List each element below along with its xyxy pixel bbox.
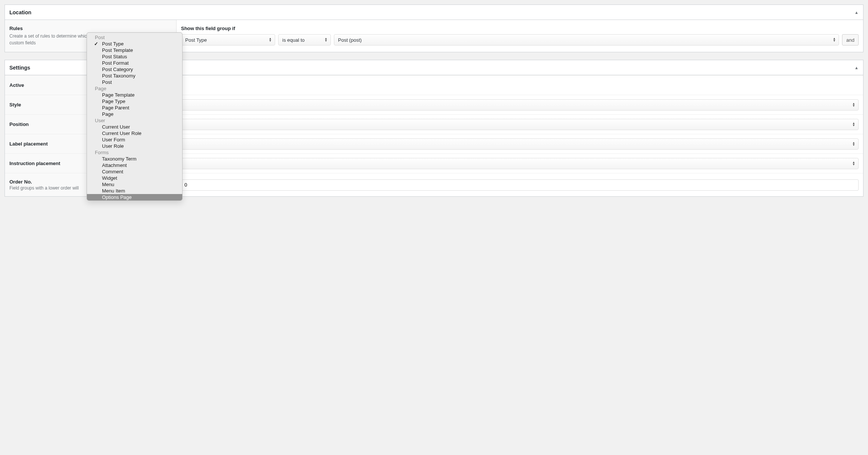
dropdown-group-label: Forms: [87, 149, 182, 156]
select-arrows-icon: ▲▼: [833, 38, 836, 42]
dropdown-item[interactable]: Options Page: [87, 194, 182, 200]
dropdown-item[interactable]: Page Template: [87, 92, 182, 98]
select-arrows-icon: ▲▼: [324, 38, 327, 42]
dropdown-item[interactable]: Post: [87, 79, 182, 85]
dropdown-item[interactable]: Post Format: [87, 60, 182, 66]
location-panel-title: Location: [9, 9, 31, 15]
rule-operator-value: is equal to: [282, 37, 305, 43]
settings-panel-title: Settings: [9, 65, 30, 71]
dropdown-item[interactable]: Post Status: [87, 53, 182, 60]
location-panel-header: Location ▲: [5, 5, 863, 20]
dropdown-item[interactable]: Page Parent: [87, 105, 182, 111]
dropdown-group-label: Page: [87, 85, 182, 92]
rule-operator-select[interactable]: is equal to ▲▼: [278, 34, 331, 46]
rule-value-value: Post (post): [338, 37, 362, 43]
dropdown-item[interactable]: User Form: [87, 136, 182, 143]
dropdown-item[interactable]: Attachment: [87, 162, 182, 168]
select-arrows-icon: ▲▼: [852, 142, 855, 146]
rule-param-value: Post Type: [185, 37, 207, 43]
select-arrows-icon: ▲▼: [269, 38, 272, 42]
select-arrows-icon: ▲▼: [852, 122, 855, 127]
dropdown-item[interactable]: Post Type: [87, 41, 182, 47]
rules-prompt: Show this field group if: [181, 26, 859, 31]
rule-row: Post Type ▲▼ is equal to ▲▼ Post (post) …: [181, 34, 859, 46]
dropdown-item[interactable]: Menu Item: [87, 188, 182, 194]
dropdown-item[interactable]: Page Type: [87, 98, 182, 105]
rule-param-select[interactable]: Post Type ▲▼: [181, 34, 275, 46]
dropdown-item[interactable]: Current User: [87, 124, 182, 130]
instruction-placement-select[interactable]: ▲▼: [181, 158, 859, 169]
dropdown-item[interactable]: Current User Role: [87, 130, 182, 136]
dropdown-item[interactable]: Taxonomy Term: [87, 156, 182, 162]
dropdown-item[interactable]: Post Taxonomy: [87, 73, 182, 79]
rules-label: Rules: [9, 26, 172, 31]
dropdown-item[interactable]: Comment: [87, 168, 182, 175]
rule-value-select[interactable]: Post (post) ▲▼: [334, 34, 839, 46]
select-arrows-icon: ▲▼: [852, 103, 855, 107]
rules-input-cell: Show this field group if Post Type ▲▼ is…: [177, 20, 863, 52]
order-no-input[interactable]: [181, 179, 859, 191]
add-rule-and-button[interactable]: and: [842, 34, 859, 46]
dropdown-item[interactable]: Widget: [87, 175, 182, 181]
collapse-toggle-icon[interactable]: ▲: [854, 65, 859, 70]
dropdown-item[interactable]: User Role: [87, 143, 182, 149]
style-select[interactable]: ▲▼: [181, 99, 859, 111]
active-value: [177, 76, 863, 95]
label-placement-select[interactable]: ▲▼: [181, 138, 859, 150]
rule-param-dropdown[interactable]: PostPost TypePost TemplatePost StatusPos…: [87, 32, 183, 201]
collapse-toggle-icon[interactable]: ▲: [854, 10, 859, 15]
dropdown-item[interactable]: Menu: [87, 181, 182, 188]
position-select[interactable]: ▲▼: [181, 119, 859, 130]
select-arrows-icon: ▲▼: [852, 161, 855, 166]
dropdown-item[interactable]: Post Category: [87, 66, 182, 73]
dropdown-group-label: Post: [87, 34, 182, 41]
dropdown-item[interactable]: Post Template: [87, 47, 182, 53]
dropdown-item[interactable]: Page: [87, 111, 182, 117]
dropdown-group-label: User: [87, 117, 182, 124]
